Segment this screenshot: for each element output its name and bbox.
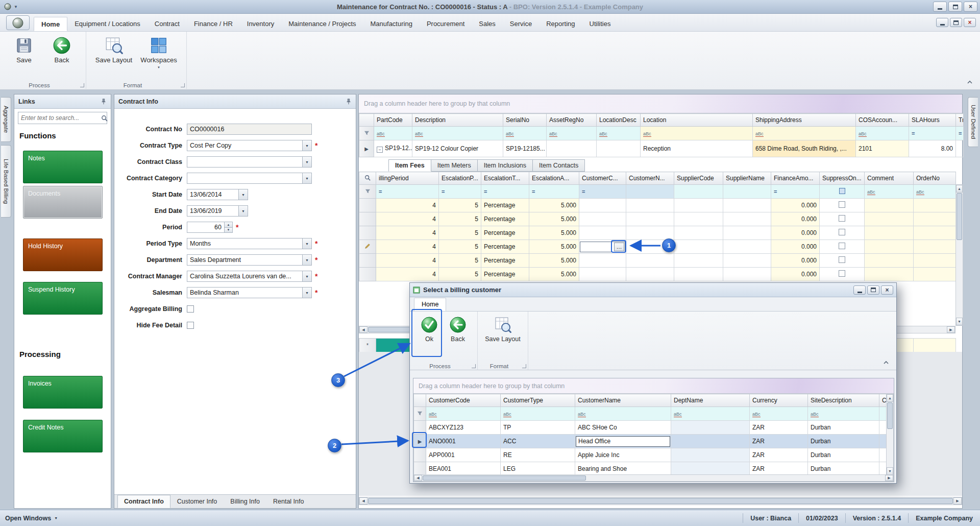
group-dialog-launcher-icon[interactable]	[181, 83, 185, 87]
tab-item-contacts[interactable]: Item Contacts	[533, 159, 585, 172]
cell-customercode[interactable]	[579, 254, 626, 268]
cell-billingperiod[interactable]: 4	[376, 240, 439, 254]
save-layout-button[interactable]: Save Layout	[91, 33, 136, 64]
grid-horizontal-scrollbar[interactable]: ◀ ▶	[359, 497, 962, 505]
suppress-checkbox[interactable]	[839, 256, 845, 263]
cell-suppliercode[interactable]	[674, 226, 723, 240]
pin-icon[interactable]	[346, 99, 352, 105]
cell-customercode[interactable]: ANO0001	[426, 435, 501, 448]
cell-suppliername[interactable]	[723, 212, 771, 226]
search-icon[interactable]	[101, 115, 108, 122]
scroll-up-icon[interactable]: ▲	[956, 185, 963, 193]
filter-cell-escalationp[interactable]: =	[439, 185, 481, 199]
search-input[interactable]	[21, 114, 101, 122]
column-header-suppliercode[interactable]: SupplierCode	[674, 172, 723, 185]
ribbon-tab-maintenance-projects[interactable]: Maintenance / Projects	[281, 17, 363, 31]
cell-escalationa[interactable]: 5.000	[529, 254, 579, 268]
dialog-back-button[interactable]: Back	[444, 313, 472, 343]
cell-customername[interactable]	[626, 212, 674, 226]
column-header-description[interactable]: Description	[412, 114, 503, 127]
filter-cell-escalationt[interactable]: =	[481, 185, 529, 199]
invoices-link-button[interactable]: Invoices	[23, 376, 103, 409]
ribbon-tab-reporting[interactable]: Reporting	[539, 17, 582, 31]
filter-cell-location[interactable]: aBc	[641, 127, 753, 140]
dropdown-arrow-icon[interactable]: ▼	[302, 238, 311, 249]
cell-customertype[interactable]: ACC	[501, 435, 575, 448]
cell-comment[interactable]	[865, 199, 914, 212]
scroll-down-icon[interactable]: ▼	[887, 467, 893, 475]
filter-cell-customercode[interactable]: =	[579, 185, 626, 199]
mdi-close-button[interactable]: ×	[964, 18, 976, 27]
filter-cell-slahours[interactable]: =	[909, 127, 956, 140]
cell-escalationp[interactable]: 5	[439, 254, 481, 268]
scroll-right-icon[interactable]: ▶	[947, 326, 955, 333]
cell-orderno[interactable]	[914, 212, 956, 226]
cell-orderno[interactable]	[914, 226, 956, 240]
edge-tab-user-defined[interactable]: User Defined	[968, 97, 978, 147]
open-windows-button[interactable]: Open Windows ▼	[0, 515, 58, 522]
dropdown-arrow-icon[interactable]: ▼	[238, 206, 248, 216]
cell-orderno[interactable]	[914, 254, 956, 268]
cell-escalationt[interactable]: Percentage	[481, 199, 529, 212]
dropdown-arrow-icon[interactable]: ▼	[238, 189, 248, 200]
cell-escalationp[interactable]: 5	[439, 199, 481, 212]
scroll-right-icon[interactable]: ▶	[885, 475, 893, 481]
column-header-customertype[interactable]: CustomerType	[501, 394, 575, 407]
cell-comment[interactable]	[865, 226, 914, 240]
customer-row[interactable]: BEA001 LEG Bearing and Shoe ZAR Durban	[414, 462, 888, 476]
column-header-location[interactable]: Location	[641, 114, 753, 127]
cell-comment[interactable]	[865, 254, 914, 268]
cell-deptname[interactable]	[671, 435, 750, 448]
dialog-ribbon-collapse-button[interactable]	[881, 358, 891, 367]
dropdown-arrow-icon[interactable]: ▼	[302, 271, 311, 281]
cell-escalationp[interactable]: 5	[439, 212, 481, 226]
fees-row[interactable]: 4 5 Percentage 5.000 0.000	[359, 212, 956, 226]
cell-financeamount[interactable]: 0.000	[771, 240, 820, 254]
tab-item-inclusions[interactable]: Item Inclusions	[478, 159, 533, 172]
cell-suppresson[interactable]	[820, 199, 865, 212]
cell-currency[interactable]: ZAR	[750, 435, 808, 448]
column-header-suppliername[interactable]: SupplierName	[723, 172, 771, 185]
cell-orderno[interactable]	[914, 199, 956, 212]
column-header-tra[interactable]: Tra...	[956, 114, 964, 127]
filter-cell-locationdesc[interactable]: aBc	[597, 127, 641, 140]
filter-cell-customercode[interactable]: aBc	[426, 407, 501, 421]
scroll-left-icon[interactable]: ◀	[359, 497, 368, 505]
column-header-assetregno[interactable]: AssetRegNo	[547, 114, 597, 127]
filter-cell-serialno[interactable]: aBc	[503, 127, 547, 140]
filter-cell-suppresson[interactable]	[820, 185, 865, 199]
ribbon-tab-equipment-locations[interactable]: Equipment / Locations	[67, 17, 148, 31]
scroll-left-icon[interactable]: ◀	[359, 326, 368, 333]
cell-deptname[interactable]	[671, 462, 750, 476]
tab-rental-info[interactable]: Rental Info	[266, 495, 310, 508]
cell-financeamount[interactable]: 0.000	[771, 268, 820, 281]
grid-search-button[interactable]	[359, 172, 376, 185]
cell-suppliername[interactable]	[723, 254, 771, 268]
scroll-down-icon[interactable]: ▼	[956, 318, 963, 325]
cell-escalationt[interactable]: Percentage	[481, 226, 529, 240]
group-dialog-launcher-icon[interactable]	[80, 83, 84, 87]
contract-category-select[interactable]: ▼	[187, 173, 312, 184]
spin-down-icon[interactable]: ▼	[225, 228, 232, 233]
cell-escalationa[interactable]: 5.000	[529, 240, 579, 254]
filter-cell-suppliercode[interactable]	[674, 185, 723, 199]
cell-escalationt[interactable]: Percentage	[481, 212, 529, 226]
suppress-checkbox[interactable]	[839, 201, 845, 208]
dialog-vertical-scrollbar[interactable]: ▲ ▼	[886, 394, 894, 475]
filter-cell-cosaccount[interactable]: aBc	[856, 127, 909, 140]
start-date-picker[interactable]: 13/06/2014▼	[187, 189, 248, 200]
scroll-up-icon[interactable]: ▲	[887, 394, 893, 402]
ribbon-tab-service[interactable]: Service	[503, 17, 539, 31]
cell-customername[interactable]: Apple Juice Inc	[575, 448, 671, 462]
suspend-history-link-button[interactable]: Suspend History	[23, 282, 103, 315]
back-button[interactable]: Back	[43, 33, 81, 64]
cell-suppliername[interactable]	[723, 199, 771, 212]
filter-cell-currency[interactable]: aBc	[750, 407, 808, 421]
column-header-escalationa[interactable]: EscalationA...	[529, 172, 579, 185]
cell-customertype[interactable]: TP	[501, 421, 575, 435]
cell-comment[interactable]	[865, 212, 914, 226]
cell-customercode[interactable]: APP0001	[426, 448, 501, 462]
cell-suppresson[interactable]	[820, 240, 865, 254]
cell-serialno[interactable]: SP19-12185...	[503, 140, 547, 157]
cell-billingperiod[interactable]: 4	[376, 212, 439, 226]
